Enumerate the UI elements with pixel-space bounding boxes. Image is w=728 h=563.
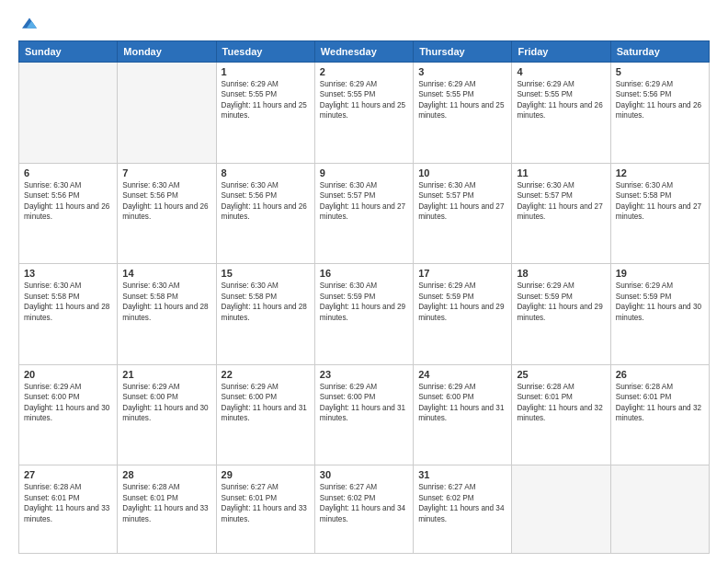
day-number: 27 <box>24 469 112 480</box>
weekday-header-thursday: Thursday <box>414 41 512 63</box>
calendar-table: SundayMondayTuesdayWednesdayThursdayFrid… <box>18 40 710 554</box>
day-info: Sunrise: 6:29 AM Sunset: 5:55 PM Dayligh… <box>222 79 310 121</box>
calendar-cell: 16Sunrise: 6:30 AM Sunset: 5:59 PM Dayli… <box>314 264 413 365</box>
calendar-cell: 28Sunrise: 6:28 AM Sunset: 6:01 PM Dayli… <box>118 465 216 554</box>
calendar-cell: 29Sunrise: 6:27 AM Sunset: 6:01 PM Dayli… <box>216 465 314 554</box>
calendar-cell: 19Sunrise: 6:29 AM Sunset: 5:59 PM Dayli… <box>610 264 709 365</box>
calendar-cell: 26Sunrise: 6:28 AM Sunset: 6:01 PM Dayli… <box>610 364 709 465</box>
header <box>18 17 710 31</box>
day-info: Sunrise: 6:29 AM Sunset: 5:56 PM Dayligh… <box>616 79 704 121</box>
day-number: 21 <box>122 369 210 380</box>
day-number: 22 <box>222 369 310 380</box>
day-info: Sunrise: 6:29 AM Sunset: 6:00 PM Dayligh… <box>222 382 310 424</box>
day-info: Sunrise: 6:30 AM Sunset: 5:58 PM Dayligh… <box>24 281 112 323</box>
day-number: 4 <box>517 66 605 77</box>
day-info: Sunrise: 6:29 AM Sunset: 6:00 PM Dayligh… <box>24 382 112 424</box>
calendar-cell: 2Sunrise: 6:29 AM Sunset: 5:55 PM Daylig… <box>314 63 413 164</box>
day-info: Sunrise: 6:29 AM Sunset: 5:59 PM Dayligh… <box>616 281 704 323</box>
calendar-cell: 1Sunrise: 6:29 AM Sunset: 5:55 PM Daylig… <box>216 63 314 164</box>
week-row-5: 27Sunrise: 6:28 AM Sunset: 6:01 PM Dayli… <box>19 465 710 554</box>
day-number: 24 <box>418 369 506 380</box>
day-number: 25 <box>517 369 605 380</box>
day-info: Sunrise: 6:27 AM Sunset: 6:02 PM Dayligh… <box>320 482 408 524</box>
day-info: Sunrise: 6:30 AM Sunset: 5:58 PM Dayligh… <box>222 281 310 323</box>
calendar-cell: 27Sunrise: 6:28 AM Sunset: 6:01 PM Dayli… <box>19 465 118 554</box>
page: SundayMondayTuesdayWednesdayThursdayFrid… <box>0 0 728 563</box>
week-row-3: 13Sunrise: 6:30 AM Sunset: 5:58 PM Dayli… <box>19 264 710 365</box>
day-info: Sunrise: 6:29 AM Sunset: 5:55 PM Dayligh… <box>418 79 506 121</box>
calendar-cell: 5Sunrise: 6:29 AM Sunset: 5:56 PM Daylig… <box>610 63 709 164</box>
calendar-cell: 31Sunrise: 6:27 AM Sunset: 6:02 PM Dayli… <box>414 465 512 554</box>
day-number: 10 <box>418 167 506 178</box>
weekday-header-friday: Friday <box>512 41 610 63</box>
day-info: Sunrise: 6:29 AM Sunset: 6:00 PM Dayligh… <box>320 382 408 424</box>
day-info: Sunrise: 6:28 AM Sunset: 6:01 PM Dayligh… <box>24 482 112 524</box>
day-info: Sunrise: 6:29 AM Sunset: 5:59 PM Dayligh… <box>517 281 605 323</box>
day-info: Sunrise: 6:30 AM Sunset: 5:57 PM Dayligh… <box>418 180 506 223</box>
day-info: Sunrise: 6:28 AM Sunset: 6:01 PM Dayligh… <box>517 382 605 424</box>
day-number: 7 <box>122 167 210 178</box>
logo-icon <box>22 17 37 31</box>
day-number: 15 <box>222 268 310 279</box>
weekday-header-monday: Monday <box>118 41 216 63</box>
day-number: 1 <box>222 66 310 77</box>
calendar-cell: 12Sunrise: 6:30 AM Sunset: 5:58 PM Dayli… <box>610 163 709 264</box>
day-number: 17 <box>418 268 506 279</box>
week-row-2: 6Sunrise: 6:30 AM Sunset: 5:56 PM Daylig… <box>19 163 710 264</box>
day-number: 2 <box>320 66 408 77</box>
day-info: Sunrise: 6:28 AM Sunset: 6:01 PM Dayligh… <box>616 382 704 424</box>
calendar-cell: 21Sunrise: 6:29 AM Sunset: 6:00 PM Dayli… <box>118 364 216 465</box>
day-info: Sunrise: 6:30 AM Sunset: 5:56 PM Dayligh… <box>122 180 210 223</box>
day-info: Sunrise: 6:30 AM Sunset: 5:56 PM Dayligh… <box>222 180 310 223</box>
calendar-cell <box>512 465 610 554</box>
day-number: 26 <box>616 369 704 380</box>
calendar-cell: 22Sunrise: 6:29 AM Sunset: 6:00 PM Dayli… <box>216 364 314 465</box>
calendar-cell: 15Sunrise: 6:30 AM Sunset: 5:58 PM Dayli… <box>216 264 314 365</box>
calendar-cell: 20Sunrise: 6:29 AM Sunset: 6:00 PM Dayli… <box>19 364 118 465</box>
day-info: Sunrise: 6:30 AM Sunset: 5:57 PM Dayligh… <box>517 180 605 223</box>
day-number: 28 <box>122 469 210 480</box>
calendar-cell: 3Sunrise: 6:29 AM Sunset: 5:55 PM Daylig… <box>414 63 512 164</box>
weekday-header-saturday: Saturday <box>610 41 709 63</box>
day-info: Sunrise: 6:29 AM Sunset: 5:55 PM Dayligh… <box>320 79 408 121</box>
day-number: 29 <box>222 469 310 480</box>
day-number: 31 <box>418 469 506 480</box>
weekday-header-wednesday: Wednesday <box>314 41 413 63</box>
logo <box>18 17 37 31</box>
calendar-cell: 30Sunrise: 6:27 AM Sunset: 6:02 PM Dayli… <box>314 465 413 554</box>
calendar-cell <box>610 465 709 554</box>
day-info: Sunrise: 6:29 AM Sunset: 6:00 PM Dayligh… <box>418 382 506 424</box>
calendar-cell: 18Sunrise: 6:29 AM Sunset: 5:59 PM Dayli… <box>512 264 610 365</box>
weekday-header-tuesday: Tuesday <box>216 41 314 63</box>
day-number: 18 <box>517 268 605 279</box>
calendar-cell: 4Sunrise: 6:29 AM Sunset: 5:55 PM Daylig… <box>512 63 610 164</box>
day-info: Sunrise: 6:30 AM Sunset: 5:58 PM Dayligh… <box>122 281 210 323</box>
day-info: Sunrise: 6:28 AM Sunset: 6:01 PM Dayligh… <box>122 482 210 524</box>
calendar-cell: 17Sunrise: 6:29 AM Sunset: 5:59 PM Dayli… <box>414 264 512 365</box>
calendar-cell: 25Sunrise: 6:28 AM Sunset: 6:01 PM Dayli… <box>512 364 610 465</box>
calendar-cell: 9Sunrise: 6:30 AM Sunset: 5:57 PM Daylig… <box>314 163 413 264</box>
day-number: 9 <box>320 167 408 178</box>
day-number: 13 <box>24 268 112 279</box>
calendar-cell: 10Sunrise: 6:30 AM Sunset: 5:57 PM Dayli… <box>414 163 512 264</box>
day-number: 20 <box>24 369 112 380</box>
day-number: 8 <box>222 167 310 178</box>
calendar-cell: 24Sunrise: 6:29 AM Sunset: 6:00 PM Dayli… <box>414 364 512 465</box>
day-number: 23 <box>320 369 408 380</box>
day-info: Sunrise: 6:27 AM Sunset: 6:02 PM Dayligh… <box>418 482 506 524</box>
day-number: 5 <box>616 66 704 77</box>
week-row-4: 20Sunrise: 6:29 AM Sunset: 6:00 PM Dayli… <box>19 364 710 465</box>
day-info: Sunrise: 6:29 AM Sunset: 6:00 PM Dayligh… <box>122 382 210 424</box>
weekday-header-row: SundayMondayTuesdayWednesdayThursdayFrid… <box>19 41 710 63</box>
day-info: Sunrise: 6:30 AM Sunset: 5:57 PM Dayligh… <box>320 180 408 223</box>
calendar-cell: 13Sunrise: 6:30 AM Sunset: 5:58 PM Dayli… <box>19 264 118 365</box>
calendar-cell <box>19 63 118 164</box>
day-info: Sunrise: 6:29 AM Sunset: 5:59 PM Dayligh… <box>418 281 506 323</box>
day-number: 30 <box>320 469 408 480</box>
day-info: Sunrise: 6:27 AM Sunset: 6:01 PM Dayligh… <box>222 482 310 524</box>
day-number: 6 <box>24 167 112 178</box>
calendar-cell: 11Sunrise: 6:30 AM Sunset: 5:57 PM Dayli… <box>512 163 610 264</box>
weekday-header-sunday: Sunday <box>19 41 118 63</box>
day-number: 11 <box>517 167 605 178</box>
week-row-1: 1Sunrise: 6:29 AM Sunset: 5:55 PM Daylig… <box>19 63 710 164</box>
